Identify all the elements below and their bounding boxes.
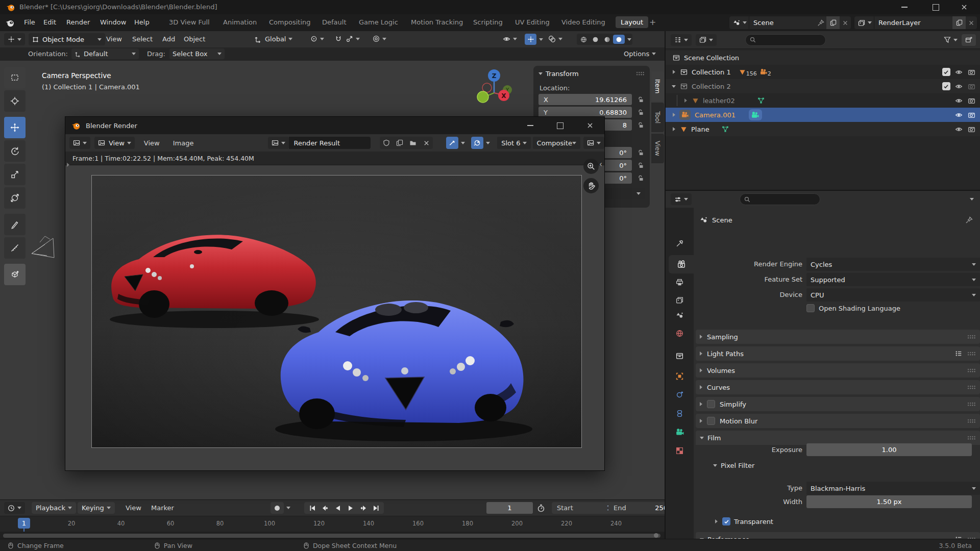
disable-render-icon[interactable] [968, 111, 975, 119]
hide-eye-icon[interactable] [955, 126, 963, 133]
simplify-checkbox[interactable] [707, 400, 715, 408]
hide-eye-icon[interactable] [955, 97, 963, 105]
panel-drag-handle[interactable] [636, 71, 645, 76]
image-menu-image[interactable]: Image [173, 139, 194, 147]
window-maximize-button[interactable] [924, 0, 947, 14]
transform-orientation-dropdown[interactable]: Global [254, 35, 292, 43]
current-frame-field[interactable]: 1 [486, 502, 533, 514]
properties-editor-type-button[interactable] [671, 193, 692, 205]
frame-start-field[interactable]: Start1 [552, 502, 616, 514]
disable-render-icon[interactable] [968, 97, 975, 105]
display-channels-dropdown[interactable] [583, 137, 604, 149]
pixel-filter-subpanel-header[interactable]: Pixel Filter [713, 462, 754, 469]
app-menu-logo-icon[interactable] [5, 18, 15, 30]
slot-cycle-options-caret[interactable] [486, 142, 490, 144]
expand-caret-icon[interactable] [673, 127, 675, 131]
workspace-tab-uv-editing[interactable]: UV Editing [515, 18, 550, 26]
menu-window[interactable]: Window [100, 18, 126, 26]
renderlayer-icon[interactable] [854, 16, 874, 29]
hide-eye-icon[interactable] [955, 111, 963, 119]
drag-dropdown[interactable]: Select Box [169, 48, 225, 59]
render-window[interactable]: Blender Render View View Image Render Re… [65, 116, 605, 471]
section-sampling[interactable]: Sampling [696, 330, 980, 344]
menu-help[interactable]: Help [134, 18, 150, 26]
tool-add-cube[interactable] [4, 264, 26, 285]
outliner-row-scene-collection[interactable]: Scene Collection [666, 51, 980, 65]
pivot-point-dropdown[interactable] [310, 35, 324, 42]
outliner-row-leather02[interactable]: leather02 [666, 93, 980, 108]
engine-dropdown[interactable]: Cycles [806, 258, 980, 271]
image-datablock-name[interactable]: Render Result [289, 137, 371, 149]
tab-constraints[interactable] [666, 406, 694, 421]
render-result-image[interactable] [91, 175, 582, 448]
tool-cursor[interactable] [4, 90, 26, 112]
properties-options-caret[interactable] [970, 198, 974, 201]
disable-render-icon[interactable] [968, 83, 975, 90]
section-volumes[interactable]: Volumes [696, 363, 980, 378]
section-simplify[interactable]: Simplify [696, 397, 980, 411]
device-dropdown[interactable]: CPU [806, 288, 980, 302]
tab-collection[interactable] [666, 348, 694, 363]
proportional-edit-dropdown[interactable] [373, 35, 386, 42]
outliner-search-input[interactable] [745, 34, 826, 46]
viewport-editor-type-button[interactable] [4, 33, 25, 45]
section-motion-blur[interactable]: Motion Blur [696, 414, 980, 428]
workspace-tab-video-editing[interactable]: Video Editing [561, 18, 605, 26]
exclude-checkbox[interactable] [942, 68, 950, 76]
outliner-row-plane[interactable]: Plane [666, 122, 980, 136]
presets-icon[interactable] [955, 350, 962, 357]
open-image-folder-button[interactable] [406, 139, 420, 146]
lock-icon[interactable] [637, 121, 645, 129]
pin-icon[interactable] [965, 216, 973, 224]
tab-render-active[interactable] [669, 255, 694, 273]
stopwatch-icon[interactable] [537, 504, 545, 512]
menu-render[interactable]: Render [66, 18, 90, 26]
transparent-checkbox[interactable] [722, 517, 730, 525]
image-editor-type-button[interactable] [69, 137, 90, 149]
lock-icon[interactable] [637, 96, 645, 104]
menu-file[interactable]: File [24, 18, 35, 26]
window-minimize-button[interactable] [893, 0, 916, 14]
viewport-menu-add[interactable]: Add [162, 35, 175, 43]
timeline-editor-type-button[interactable] [4, 502, 25, 514]
timeline-scrollbar[interactable] [0, 532, 665, 539]
sidebar-tab-view[interactable]: View [651, 134, 664, 163]
previous-keyframe-button[interactable] [318, 503, 331, 514]
pin-icon[interactable] [817, 19, 824, 27]
jump-to-end-button[interactable] [370, 503, 382, 514]
workspace-tab-default[interactable]: Default [322, 18, 347, 26]
jump-to-start-button[interactable] [306, 503, 318, 514]
renderlayer-selector[interactable]: RenderLayer [854, 16, 977, 29]
tab-physics[interactable] [666, 387, 694, 402]
osl-checkbox[interactable] [806, 304, 815, 312]
tab-texture[interactable] [666, 443, 694, 458]
tab-tool[interactable] [666, 236, 694, 251]
shading-options-caret[interactable] [627, 38, 631, 41]
tab-view-layer[interactable] [666, 292, 694, 308]
renderlayer-unlink-button[interactable] [966, 16, 977, 29]
scene-name[interactable]: Scene [749, 19, 817, 27]
workspace-tab-animation[interactable]: Animation [223, 18, 257, 26]
timeline-menu-playback[interactable]: Playback [32, 502, 76, 514]
show-overlays-dropdown[interactable] [548, 35, 562, 43]
copy-datablock-button[interactable] [393, 139, 406, 146]
shading-solid-button[interactable] [590, 35, 601, 44]
workspace-tab-compositing[interactable]: Compositing [269, 18, 311, 26]
workspace-tab-game-logic[interactable]: Game Logic [359, 18, 398, 26]
outliner-row-camera-001-selected[interactable]: Camera.001 [666, 108, 980, 122]
timeline-menu-view[interactable]: View [126, 504, 141, 512]
tool-select-box[interactable] [4, 67, 26, 88]
render-window-minimize-button[interactable] [519, 117, 542, 134]
timeline-menu-keying[interactable]: Keying [78, 502, 115, 514]
scene-selector[interactable]: Scene [729, 16, 851, 29]
workspace-tab-scripting[interactable]: Scripting [473, 18, 503, 26]
expand-caret-icon[interactable] [684, 98, 687, 103]
scene-copy-button[interactable] [826, 16, 840, 29]
auto-keying-record-button[interactable] [271, 502, 284, 514]
orientation-dropdown[interactable]: Default [71, 48, 139, 59]
disable-render-icon[interactable] [968, 126, 975, 133]
tool-rotate[interactable] [4, 140, 26, 162]
image-pan-hand-button[interactable] [583, 178, 599, 193]
render-window-close-button[interactable] [578, 117, 602, 134]
hide-eye-icon[interactable] [955, 83, 963, 90]
